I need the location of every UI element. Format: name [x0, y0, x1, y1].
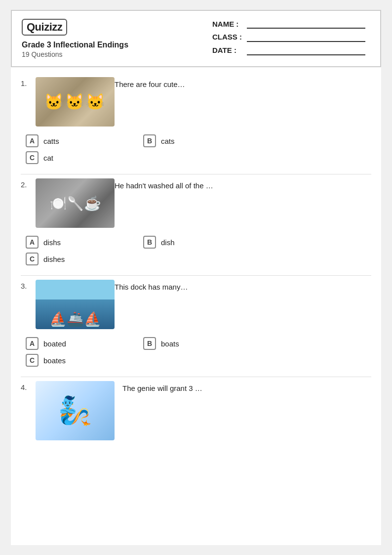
option-2a-text: dishs — [43, 238, 61, 247]
divider-3 — [21, 377, 371, 377]
class-label: CLASS : — [212, 33, 247, 41]
question-2: 2. He hadn't washed all of the … A dishs… — [11, 178, 381, 265]
option-2c-label: C — [26, 253, 39, 265]
question-3-image — [36, 280, 115, 329]
logo-text: Quizizz — [22, 19, 67, 36]
option-1b[interactable]: B cats — [143, 134, 242, 147]
option-3a-text: boated — [43, 340, 66, 348]
question-1-options: A catts B cats C cat — [21, 134, 371, 164]
question-3-number: 3. — [21, 280, 36, 290]
option-1c-label: C — [26, 151, 39, 164]
question-4-image — [36, 381, 115, 440]
question-2-image — [36, 178, 115, 228]
divider-1 — [21, 174, 371, 174]
question-2-text: He hadn't washed all of the … — [115, 178, 213, 191]
name-label: NAME : — [212, 20, 247, 28]
question-1: 1. There are four cute… A catts B cats C… — [11, 77, 381, 164]
header-right: NAME : CLASS : DATE : — [212, 19, 370, 58]
name-field-row: NAME : — [212, 19, 370, 29]
option-1c[interactable]: C cat — [26, 151, 124, 164]
quizizz-logo: Quizizz — [22, 19, 212, 36]
option-3a-label: A — [26, 337, 39, 350]
question-1-row: 1. There are four cute… — [21, 77, 371, 127]
option-3c-label: C — [26, 354, 39, 367]
question-4-row: 4. The genie will grant 3 … — [21, 381, 371, 440]
question-2-row: 2. He hadn't washed all of the … — [21, 178, 371, 228]
class-input-line — [247, 32, 365, 42]
question-3: 3. This dock has many… A boated B boats … — [11, 280, 381, 367]
option-2b-text: dish — [161, 238, 175, 247]
worksheet-title: Grade 3 Inflectional Endings — [22, 41, 212, 49]
question-1-text: There are four cute… — [115, 77, 185, 89]
option-1b-label: B — [143, 134, 156, 147]
option-1a[interactable]: A catts — [26, 134, 124, 147]
option-1a-text: catts — [43, 137, 59, 145]
question-4-number: 4. — [21, 381, 36, 391]
option-1a-label: A — [26, 134, 39, 147]
option-2c[interactable]: C dishes — [26, 253, 124, 265]
option-3b-text: boats — [161, 340, 179, 348]
question-1-image — [36, 77, 115, 127]
option-3b-label: B — [143, 337, 156, 350]
question-3-row: 3. This dock has many… — [21, 280, 371, 329]
question-3-text: This dock has many… — [115, 280, 188, 292]
worksheet-subtitle: 19 Questions — [22, 50, 212, 58]
option-2a[interactable]: A dishs — [26, 236, 124, 249]
option-2a-label: A — [26, 236, 39, 249]
header-left: Quizizz Grade 3 Inflectional Endings 19 … — [22, 19, 212, 58]
option-3a[interactable]: A boated — [26, 337, 124, 350]
option-2c-text: dishes — [43, 255, 65, 263]
question-1-number: 1. — [21, 77, 36, 87]
date-label: DATE : — [212, 46, 247, 54]
option-1b-text: cats — [161, 137, 175, 145]
option-3c[interactable]: C boates — [26, 354, 124, 367]
option-2b-label: B — [143, 236, 156, 249]
option-2b[interactable]: B dish — [143, 236, 242, 249]
question-2-number: 2. — [21, 178, 36, 189]
question-3-options: A boated B boats C boates — [21, 337, 371, 367]
question-2-options: A dishs B dish C dishes — [21, 236, 371, 265]
header: Quizizz Grade 3 Inflectional Endings 19 … — [11, 10, 381, 67]
date-input-line — [247, 45, 365, 55]
question-4-image-wrap — [36, 381, 115, 440]
name-input-line — [247, 19, 365, 29]
question-4-text: The genie will grant 3 … — [122, 381, 202, 393]
option-3c-text: boates — [43, 356, 66, 365]
option-3b[interactable]: B boats — [143, 337, 242, 350]
option-1c-text: cat — [43, 154, 53, 162]
date-field-row: DATE : — [212, 45, 370, 55]
question-4: 4. The genie will grant 3 … — [11, 381, 381, 440]
divider-2 — [21, 275, 371, 276]
class-field-row: CLASS : — [212, 32, 370, 42]
